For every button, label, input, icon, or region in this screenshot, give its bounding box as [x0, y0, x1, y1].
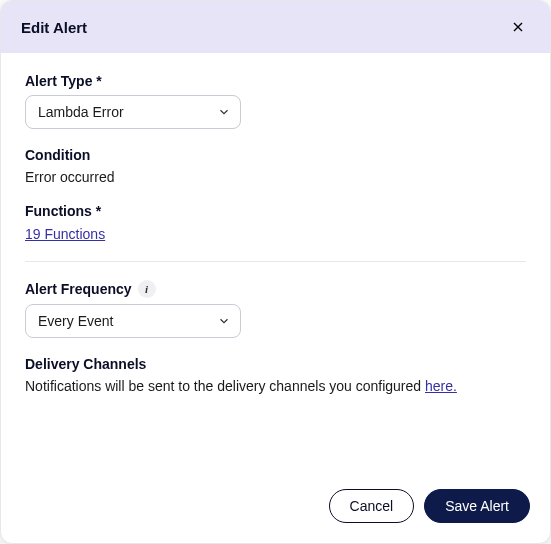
condition-value: Error occurred: [25, 169, 526, 185]
cancel-button[interactable]: Cancel: [329, 489, 415, 523]
close-button[interactable]: [506, 15, 530, 39]
alert-type-select-wrap: Lambda Error: [25, 95, 241, 129]
close-icon: [510, 19, 526, 35]
info-icon[interactable]: i: [138, 280, 156, 298]
delivery-channels-field: Delivery Channels Notifications will be …: [25, 356, 526, 394]
condition-label: Condition: [25, 147, 526, 163]
delivery-channels-prefix: Notifications will be sent to the delive…: [25, 378, 425, 394]
alert-type-field: Alert Type * Lambda Error: [25, 73, 526, 129]
alert-frequency-select-wrap: Every Event: [25, 304, 241, 338]
alert-frequency-field: Alert Frequency i Every Event: [25, 280, 526, 338]
section-divider: [25, 261, 526, 262]
dialog-title: Edit Alert: [21, 19, 87, 36]
functions-link[interactable]: 19 Functions: [25, 226, 105, 242]
delivery-channels-text: Notifications will be sent to the delive…: [25, 378, 526, 394]
delivery-channels-link[interactable]: here.: [425, 378, 457, 394]
delivery-channels-label: Delivery Channels: [25, 356, 526, 372]
alert-type-select[interactable]: Lambda Error: [25, 95, 241, 129]
condition-field: Condition Error occurred: [25, 147, 526, 185]
edit-alert-dialog: Edit Alert Alert Type * Lambda Error Con…: [0, 0, 551, 544]
functions-label: Functions *: [25, 203, 526, 219]
alert-type-label: Alert Type *: [25, 73, 526, 89]
alert-frequency-select[interactable]: Every Event: [25, 304, 241, 338]
dialog-header: Edit Alert: [1, 1, 550, 53]
dialog-body: Alert Type * Lambda Error Condition Erro…: [1, 53, 550, 473]
alert-frequency-label-text: Alert Frequency: [25, 281, 132, 297]
functions-field: Functions * 19 Functions: [25, 203, 526, 243]
dialog-footer: Cancel Save Alert: [1, 473, 550, 543]
save-button[interactable]: Save Alert: [424, 489, 530, 523]
alert-frequency-label: Alert Frequency i: [25, 280, 526, 298]
